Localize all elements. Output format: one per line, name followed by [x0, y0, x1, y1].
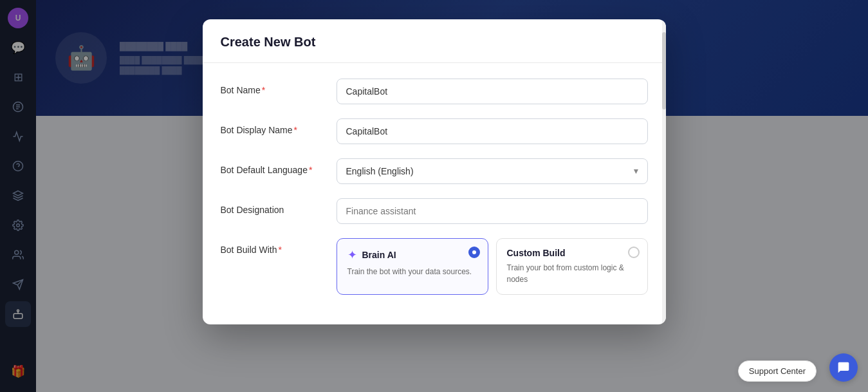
bot-designation-input[interactable] — [337, 198, 648, 224]
brain-ai-card-header: ✦ Brain AI — [347, 248, 477, 262]
bot-language-select[interactable]: English (English) Spanish (Español) Fren… — [337, 158, 648, 184]
modal-header: Create New Bot — [203, 19, 666, 63]
bot-language-select-wrapper: English (English) Spanish (Español) Fren… — [337, 158, 648, 184]
support-center-button[interactable]: Support Center — [738, 360, 817, 382]
form-group-bot-language: Bot Default Language* English (English) … — [221, 158, 648, 184]
custom-build-description: Train your bot from custom logic & nodes — [507, 262, 637, 285]
brain-ai-sparkle-icon: ✦ — [347, 248, 357, 262]
modal-scrollbar[interactable] — [662, 19, 666, 324]
modal-overlay[interactable]: Create New Bot Bot Name* Bot Display Nam… — [0, 0, 868, 392]
modal-scrollbar-thumb — [662, 32, 666, 109]
custom-build-radio[interactable] — [628, 247, 640, 258]
brain-ai-title: Brain AI — [362, 250, 396, 260]
form-group-bot-name: Bot Name* — [221, 79, 648, 104]
bot-display-name-label: Bot Display Name* — [221, 118, 324, 135]
bot-build-with-label: Bot Build With* — [221, 238, 324, 255]
brain-ai-description: Train the bot with your data sources. — [347, 266, 477, 277]
modal-title: Create New Bot — [221, 35, 648, 50]
bot-language-label: Bot Default Language* — [221, 158, 324, 175]
chat-bubble-button[interactable] — [829, 353, 858, 382]
bot-designation-label: Bot Designation — [221, 198, 324, 215]
bot-build-card-custom[interactable]: Custom Build Train your bot from custom … — [496, 238, 648, 295]
bot-build-options: ✦ Brain AI Train the bot with your data … — [337, 238, 648, 295]
bot-display-name-input[interactable] — [337, 118, 648, 144]
bot-build-card-brain-ai[interactable]: ✦ Brain AI Train the bot with your data … — [337, 238, 488, 295]
bot-name-input[interactable] — [337, 79, 648, 104]
custom-build-card-header: Custom Build — [507, 248, 637, 258]
modal-body: Bot Name* Bot Display Name* Bot Default … — [203, 63, 666, 324]
form-group-bot-build-with: Bot Build With* ✦ Brain AI Train the bot… — [221, 238, 648, 295]
form-group-bot-designation: Bot Designation — [221, 198, 648, 224]
brain-ai-radio[interactable] — [468, 247, 480, 258]
custom-build-title: Custom Build — [507, 248, 566, 258]
bot-name-label: Bot Name* — [221, 79, 324, 95]
modal: Create New Bot Bot Name* Bot Display Nam… — [203, 19, 666, 324]
form-group-bot-display-name: Bot Display Name* — [221, 118, 648, 144]
